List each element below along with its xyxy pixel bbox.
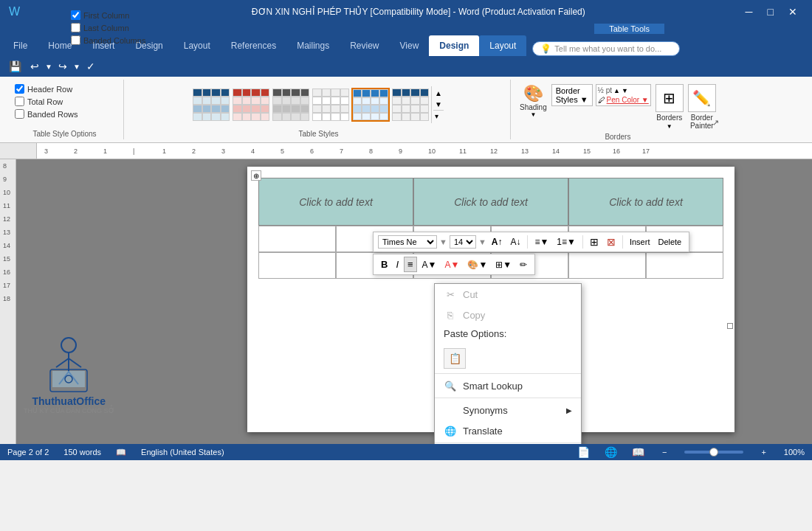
ruler-inner: 3 2 1 | 1 2 3 4 5 6 7 8 9 10 11 12 13 14… xyxy=(37,143,812,159)
tab-table-design[interactable]: Design xyxy=(429,35,479,56)
tab-view[interactable]: View xyxy=(390,35,430,56)
svg-point-0 xyxy=(61,338,76,353)
table-move-handle[interactable]: ⊕ xyxy=(251,170,261,181)
font-color-button[interactable]: A▼ xyxy=(442,258,463,271)
border-size-down[interactable]: ▼ xyxy=(622,87,628,94)
logo-figure xyxy=(39,336,98,395)
table-cell-2[interactable]: Click to add text xyxy=(413,178,568,226)
border-painter-button[interactable]: ✏️ xyxy=(688,84,716,112)
zoom-level: 100% xyxy=(784,448,805,457)
tell-me-box[interactable]: 💡 Tell me what you want to do... xyxy=(532,41,680,56)
tab-mailings[interactable]: Mailings xyxy=(286,35,340,56)
table-styles-scroll-down[interactable]: ▼ xyxy=(433,99,444,110)
banded-columns-checkbox[interactable]: Banded Columns xyxy=(71,35,145,45)
view-web-button[interactable]: 🌐 xyxy=(605,446,617,458)
menu-item-paste-options: Paste Options: 📋 xyxy=(435,325,581,372)
menu-item-smart-lookup[interactable]: 🔍 Smart Lookup xyxy=(435,375,581,396)
table-style-2[interactable] xyxy=(232,88,270,122)
search-icon: 💡 xyxy=(540,44,551,54)
eraser-button[interactable]: ✏ xyxy=(517,258,530,271)
table-grid-button[interactable]: ⊞ xyxy=(587,235,602,249)
menu-translate-label: Translate xyxy=(463,426,572,437)
tab-review[interactable]: Review xyxy=(340,35,389,56)
zoom-in-button[interactable]: + xyxy=(758,448,768,457)
delete-button[interactable]: Delete xyxy=(655,236,684,248)
first-column-checkbox[interactable]: First Column xyxy=(71,10,145,20)
font-grow-button[interactable]: A↑ xyxy=(489,235,506,249)
table-style-4[interactable] xyxy=(312,88,350,122)
font-size-select[interactable]: 14 xyxy=(450,235,476,249)
table-delete-button[interactable]: ⊠ xyxy=(604,235,619,249)
view-print-button[interactable]: 📄 xyxy=(577,446,590,458)
synonyms-arrow: ▶ xyxy=(566,406,572,414)
last-column-checkbox[interactable]: Last Column xyxy=(71,23,145,32)
view-read-button[interactable]: 📖 xyxy=(632,446,644,458)
tab-layout[interactable]: Layout xyxy=(173,35,221,56)
font-family-select[interactable]: Times Ne xyxy=(378,235,437,249)
ruler: 3 2 1 | 1 2 3 4 5 6 7 8 9 10 11 12 13 14… xyxy=(0,143,812,159)
ribbon-content: Header Row Total Row Banded Rows First C… xyxy=(0,77,812,143)
header-row-checkbox[interactable]: Header Row xyxy=(15,84,78,94)
spell-check-icon[interactable]: 📖 xyxy=(116,448,126,457)
menu-item-copy[interactable]: ⎘ Copy xyxy=(435,305,581,325)
insert-button[interactable]: Insert xyxy=(627,236,653,248)
logo-sub: THỦ KỶ CỦA DÂN CÔNG SỞ xyxy=(24,407,114,414)
menu-item-synonyms[interactable]: Synonyms ▶ xyxy=(435,400,581,420)
highlight-button[interactable]: A▼ xyxy=(419,258,440,271)
tab-table-layout[interactable]: Layout xyxy=(479,35,526,56)
cut-icon: ✂ xyxy=(444,288,457,301)
table-style-6[interactable] xyxy=(391,88,430,122)
undo-button[interactable]: ↩ xyxy=(27,59,42,74)
borders-dialog-launcher[interactable]: ↗ xyxy=(712,118,719,128)
table-row-2-cell-5[interactable] xyxy=(568,252,646,279)
bullets-button[interactable]: ≡▼ xyxy=(531,235,551,249)
table-style-1[interactable] xyxy=(192,88,230,122)
redo-button[interactable]: ↪ xyxy=(55,59,70,74)
table-row-2-cell-1[interactable] xyxy=(258,252,336,279)
svg-line-2 xyxy=(56,358,69,367)
table-cell-3[interactable]: Click to add text xyxy=(568,178,723,226)
save-button[interactable]: 💾 xyxy=(6,59,24,74)
numbering-button[interactable]: 1≡▼ xyxy=(554,235,579,249)
floating-toolbar: Times Ne ▼ 14 ▼ A↑ A↓ ≡▼ 1≡▼ ⊞ ⊠ Insert … xyxy=(373,232,689,252)
copy-icon: ⎘ xyxy=(444,308,457,322)
tab-file[interactable]: File xyxy=(3,35,38,56)
left-panel: ThuthuatOffice THỦ KỶ CỦA DÂN CÔNG SỞ xyxy=(16,159,170,444)
tab-references[interactable]: References xyxy=(221,35,286,56)
border-size-up[interactable]: ▲ xyxy=(613,87,620,94)
menu-item-translate[interactable]: 🌐 Translate xyxy=(435,420,581,441)
table-styles-more[interactable]: ▾ xyxy=(433,110,444,122)
paste-keep-source-button[interactable]: 📋 xyxy=(444,348,466,369)
page-indicator: Page 2 of 2 xyxy=(7,448,49,457)
total-row-checkbox[interactable]: Total Row xyxy=(15,97,78,106)
border-styles-button[interactable]: BorderStyles ▼ xyxy=(551,84,593,106)
table-styles-scroll-up[interactable]: ▲ xyxy=(433,88,444,99)
separator-3 xyxy=(435,442,581,443)
table-style-3[interactable] xyxy=(272,88,310,122)
table-header-row: ⊕ Click to add text Click to add text Cl… xyxy=(258,178,723,226)
banded-rows-checkbox[interactable]: Banded Rows xyxy=(15,109,78,119)
logo-icon xyxy=(43,336,94,395)
table-style-5[interactable] xyxy=(351,88,390,122)
font-shrink-button[interactable]: A↓ xyxy=(507,235,523,249)
shading-button[interactable]: 🎨 Shading ▼ xyxy=(520,84,547,118)
svg-rect-7 xyxy=(52,371,85,387)
align-button[interactable]: ≡ xyxy=(404,257,417,272)
shading-button-2[interactable]: 🎨▼ xyxy=(464,258,490,271)
zoom-out-button[interactable]: − xyxy=(659,448,670,457)
bold-button[interactable]: B xyxy=(378,257,390,271)
check-button[interactable]: ✓ xyxy=(83,59,98,74)
window-controls[interactable]: ─ □ ✕ xyxy=(740,6,803,18)
borders-button-2[interactable]: ⊞▼ xyxy=(492,258,515,271)
italic-button[interactable]: I xyxy=(393,257,402,271)
table-row-1-cell-1[interactable] xyxy=(258,226,336,252)
table-style-options-group: Header Row Total Row Banded Rows First C… xyxy=(6,80,124,139)
menu-item-cut[interactable]: ✂ Cut xyxy=(435,284,581,305)
logo-name: ThuthuatOffice xyxy=(32,395,106,407)
table-resize-handle[interactable] xyxy=(727,323,733,329)
zoom-slider[interactable] xyxy=(684,451,743,454)
table-cell-1[interactable]: Click to add text xyxy=(258,178,413,226)
borders-button[interactable]: ⊞ xyxy=(656,84,684,112)
table-row-2-cell-6[interactable] xyxy=(646,252,723,279)
context-menu: ✂ Cut ⎘ Copy Paste Options: 📋 🔍 Smart Lo… xyxy=(434,283,582,444)
